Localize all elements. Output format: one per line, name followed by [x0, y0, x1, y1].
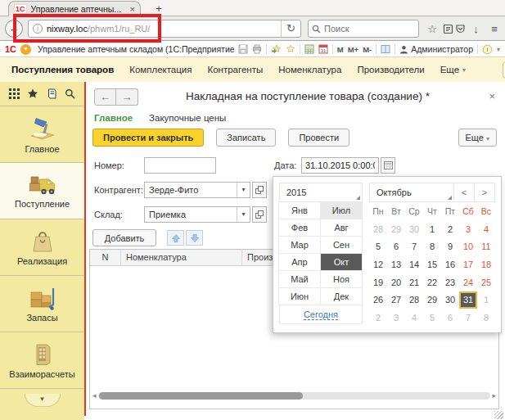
today-link[interactable]: Сегодня: [304, 309, 338, 320]
add-favorite-icon[interactable]: [271, 44, 282, 54]
number-input[interactable]: [144, 157, 216, 174]
scroll-left-icon[interactable]: ◂: [92, 391, 97, 400]
column-header-n[interactable]: N: [90, 250, 121, 265]
bookmark-star-icon[interactable]: ☆: [424, 23, 440, 35]
day-cell[interactable]: 29: [387, 220, 405, 238]
history-icon[interactable]: [47, 88, 57, 99]
add-row-button[interactable]: Добавить: [92, 229, 156, 246]
day-cell[interactable]: 25: [477, 273, 495, 291]
chevron-down-icon[interactable]: ▾: [237, 207, 250, 222]
day-cell[interactable]: 19: [369, 273, 387, 291]
form-close-icon[interactable]: ×: [489, 90, 495, 102]
site-info-icon[interactable]: i: [33, 24, 43, 34]
sidebar-item-vzaimoraschety[interactable]: Взаиморасчеты: [0, 332, 84, 389]
month-cell-sep[interactable]: Сен: [320, 236, 363, 254]
day-cell-selected[interactable]: 31: [459, 291, 477, 309]
favorites-star-icon[interactable]: [286, 44, 295, 54]
service-menu-icon[interactable]: ▾: [20, 44, 31, 55]
write-button[interactable]: Записать: [216, 129, 276, 147]
day-cell[interactable]: 21: [405, 273, 423, 291]
horizontal-scrollbar[interactable]: ◂ ▸: [92, 391, 496, 400]
day-cell[interactable]: 6: [387, 237, 405, 255]
form-back-button[interactable]: ←: [94, 88, 116, 106]
warehouse-open-button[interactable]: [252, 206, 267, 223]
scrollbar-thumb[interactable]: [99, 392, 304, 400]
day-cell[interactable]: 27: [387, 291, 405, 309]
month-cell-feb[interactable]: Фев: [278, 219, 321, 237]
window-split-icon[interactable]: [381, 44, 390, 54]
move-up-button[interactable]: [167, 230, 184, 246]
downloads-icon[interactable]: ↓: [468, 23, 485, 35]
search-input[interactable]: [324, 24, 406, 34]
day-cell[interactable]: 6: [441, 309, 459, 327]
post-and-close-button[interactable]: Провести и закрыть: [92, 129, 204, 147]
menu-item-proizvoditeli[interactable]: Производители: [357, 65, 424, 75]
day-cell[interactable]: 5: [423, 309, 441, 327]
day-cell[interactable]: 1: [477, 291, 495, 309]
search-icon[interactable]: [65, 88, 75, 99]
tab-zakupochnye-ceny[interactable]: Закупочные цены: [149, 113, 226, 123]
hamburger-menu-icon[interactable]: ≡: [486, 23, 503, 35]
sidebar-item-postuplenie[interactable]: Поступление: [0, 163, 84, 219]
month-cell-dec[interactable]: Дек: [320, 287, 363, 305]
month-cell-may[interactable]: Май: [278, 270, 321, 288]
sidebar-item-zapasy[interactable]: Запасы: [0, 276, 84, 332]
address-bar[interactable]: i nixway.loc /phwm1/ru_RU/ ↻: [28, 20, 301, 38]
day-cell[interactable]: 28: [369, 220, 387, 238]
day-cell[interactable]: 4: [477, 220, 495, 238]
header-more-chevron-icon[interactable]: ▾: [497, 46, 500, 53]
tab-close-icon[interactable]: ×: [130, 4, 135, 14]
day-cell[interactable]: 2: [369, 309, 387, 327]
form-more-button[interactable]: Еще ▾: [458, 129, 497, 147]
post-button[interactable]: Провести: [288, 129, 349, 147]
date-input[interactable]: [301, 157, 379, 174]
day-cell[interactable]: 22: [423, 273, 441, 291]
menu-item-postupleniya-tovarov[interactable]: Поступления товаров: [11, 65, 114, 75]
day-cell[interactable]: 16: [441, 255, 459, 273]
window-resize-grip[interactable]: [494, 411, 503, 419]
reload-icon[interactable]: ↻: [281, 20, 300, 37]
day-cell[interactable]: 18: [477, 255, 495, 273]
day-cell[interactable]: 30: [441, 291, 459, 309]
day-cell[interactable]: 5: [369, 237, 387, 255]
sidebar-item-realizaciya[interactable]: Реализация: [0, 219, 84, 276]
month-cell-jul[interactable]: Июл: [320, 201, 363, 219]
day-cell[interactable]: 23: [441, 273, 459, 291]
day-cell[interactable]: 8: [477, 309, 495, 327]
day-cell[interactable]: 28: [405, 291, 423, 309]
day-cell[interactable]: 2: [441, 220, 459, 238]
month-cell-aug[interactable]: Авг: [320, 219, 363, 237]
month-selector[interactable]: Октябрь: [369, 183, 454, 202]
day-cell[interactable]: 7: [459, 309, 477, 327]
warehouse-combo[interactable]: Приемка ▾: [144, 206, 250, 223]
form-forward-button[interactable]: →: [116, 88, 138, 106]
search-bar[interactable]: [308, 20, 419, 38]
save-icon[interactable]: [238, 44, 248, 54]
month-cell-jun[interactable]: Июн: [278, 287, 321, 305]
day-cell[interactable]: 3: [459, 220, 477, 238]
menu-more-button[interactable]: Еще ▾: [440, 65, 466, 75]
bookmarks-panel-icon[interactable]: [443, 24, 453, 34]
calendar-icon[interactable]: 31: [318, 44, 328, 54]
contractor-open-button[interactable]: [252, 182, 267, 198]
month-cell-apr[interactable]: Апр: [278, 253, 321, 271]
menu-item-komplektaciya[interactable]: Комплектация: [129, 65, 192, 75]
memory-m-minus-button[interactable]: M-: [363, 45, 372, 54]
day-cell[interactable]: 10: [459, 237, 477, 255]
scrollbar-track[interactable]: [98, 392, 491, 400]
tab-glavnoe[interactable]: Главное: [94, 113, 133, 123]
chevron-down-icon[interactable]: ▾: [237, 183, 250, 197]
back-button[interactable]: ←: [5, 20, 23, 38]
scroll-right-icon[interactable]: ▸: [492, 391, 496, 400]
day-cell[interactable]: 15: [423, 255, 441, 273]
day-cell[interactable]: 17: [459, 255, 477, 273]
print-icon[interactable]: [252, 44, 262, 54]
next-month-button[interactable]: >: [474, 183, 495, 202]
user-menu[interactable]: Администратор: [399, 44, 473, 54]
day-cell[interactable]: 7: [405, 237, 423, 255]
day-cell[interactable]: 20: [387, 273, 405, 291]
new-tab-button[interactable]: +: [149, 2, 169, 16]
move-down-button[interactable]: [186, 230, 203, 246]
prev-month-button[interactable]: <: [453, 183, 475, 202]
column-header-nomenklatura[interactable]: Номенклатура: [121, 250, 242, 265]
